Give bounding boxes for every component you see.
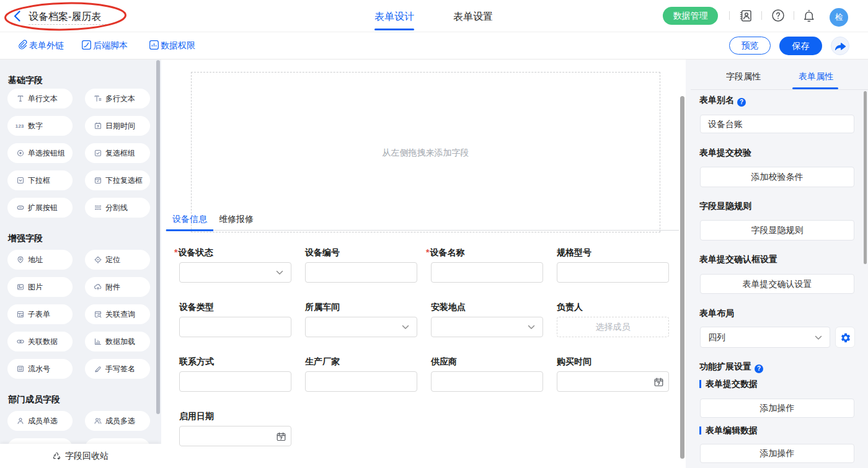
svg-text:123: 123 [16, 123, 24, 129]
